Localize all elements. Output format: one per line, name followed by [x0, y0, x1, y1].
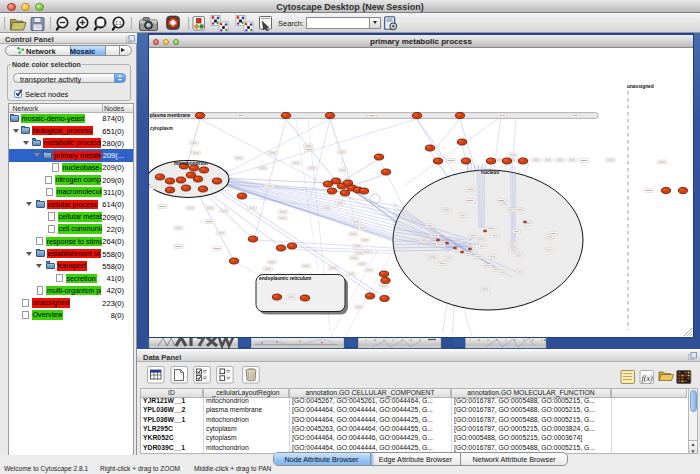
svg-text:mitochondrion: mitochondrion — [174, 161, 208, 166]
svg-text:plasma membrane: plasma membrane — [150, 113, 191, 118]
svg-text:nucleus: nucleus — [481, 170, 499, 175]
svg-text:unassigned: unassigned — [627, 84, 654, 89]
svg-text:1:1: 1:1 — [115, 21, 122, 26]
svg-text:cytoplasm: cytoplasm — [150, 126, 173, 131]
svg-text:endoplasmic reticulum: endoplasmic reticulum — [259, 276, 311, 281]
svg-text:f(x): f(x) — [642, 374, 653, 383]
